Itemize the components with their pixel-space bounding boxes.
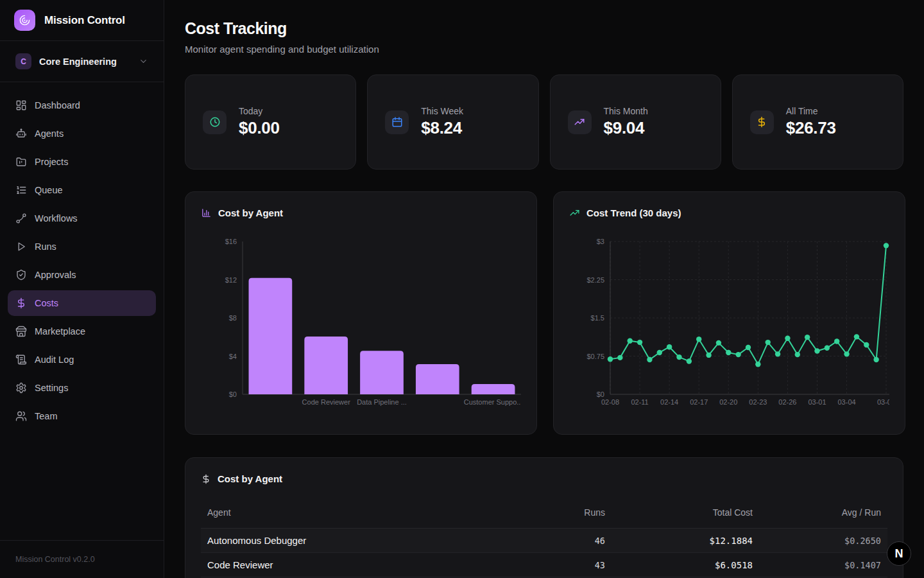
table-header-row: AgentRunsTotal CostAvg / Run bbox=[201, 507, 887, 529]
chart-card-header: Cost Trend (30 days) bbox=[569, 207, 889, 218]
cell-avg: $0.2650 bbox=[759, 529, 887, 553]
chevron-down-icon bbox=[139, 57, 148, 66]
sidebar-item-workflows[interactable]: Workflows bbox=[8, 206, 156, 231]
cell-total: $12.1884 bbox=[612, 529, 759, 553]
stat-label: All Time bbox=[786, 106, 836, 116]
column-header-runs: Runs bbox=[522, 507, 612, 529]
sidebar-item-projects[interactable]: Projects bbox=[8, 149, 156, 175]
svg-text:03-01: 03-01 bbox=[808, 398, 826, 406]
list-ordered-icon bbox=[15, 184, 27, 196]
cell-runs: 46 bbox=[522, 529, 612, 553]
shield-check-icon bbox=[15, 269, 27, 281]
sidebar-item-label: Projects bbox=[35, 157, 68, 167]
stat-label: This Month bbox=[604, 106, 648, 116]
nextjs-n-logo: N bbox=[895, 547, 903, 561]
table-row: Autonomous Debugger46$12.1884$0.2650 bbox=[201, 529, 887, 553]
stat-card-this-week: This Week$8.24 bbox=[367, 74, 538, 170]
sidebar-item-agents[interactable]: Agents bbox=[8, 121, 156, 146]
svg-text:$0.75: $0.75 bbox=[586, 353, 604, 360]
stat-card-today: Today$0.00 bbox=[185, 74, 356, 170]
svg-text:02-26: 02-26 bbox=[778, 398, 796, 406]
svg-text:03-04: 03-04 bbox=[838, 398, 856, 406]
stat-value: $26.73 bbox=[786, 118, 836, 138]
sidebar-item-approvals[interactable]: Approvals bbox=[8, 262, 156, 288]
sidebar-item-label: Approvals bbox=[35, 270, 76, 280]
sidebar-item-runs[interactable]: Runs bbox=[8, 234, 156, 259]
stat-card-this-month: This Month$9.04 bbox=[550, 74, 721, 170]
sidebar-item-label: Workflows bbox=[35, 213, 78, 223]
sidebar-nav: DashboardAgentsProjectsQueueWorkflowsRun… bbox=[0, 82, 164, 429]
users-icon bbox=[15, 410, 27, 422]
sidebar-header: Mission Control bbox=[0, 0, 164, 41]
sidebar-item-label: Settings bbox=[35, 383, 68, 393]
logo-target-icon bbox=[19, 14, 31, 26]
stat-card-all-time: All Time$26.73 bbox=[732, 74, 903, 170]
nextjs-devtools-button[interactable]: N bbox=[887, 541, 911, 566]
charts-row: Cost by Agent $0$4$8$12$16Code ReviewerD… bbox=[185, 191, 903, 435]
team-badge: C bbox=[15, 53, 31, 69]
sidebar-item-label: Audit Log bbox=[35, 355, 74, 365]
svg-text:02-14: 02-14 bbox=[660, 398, 678, 406]
svg-text:02-23: 02-23 bbox=[749, 398, 767, 406]
scroll-icon bbox=[15, 354, 27, 365]
gear-icon bbox=[15, 382, 27, 394]
cell-runs: 43 bbox=[522, 553, 612, 577]
table-card-header: Cost by Agent bbox=[201, 473, 887, 484]
stat-value: $8.24 bbox=[421, 118, 463, 138]
sidebar-item-audit-log[interactable]: Audit Log bbox=[8, 347, 156, 372]
dashboard-icon bbox=[15, 100, 27, 111]
team-selector[interactable]: C Core Engineering bbox=[0, 41, 164, 82]
stat-label: This Week bbox=[421, 106, 463, 116]
svg-text:$2.25: $2.25 bbox=[586, 276, 604, 284]
table-row: Code Reviewer43$6.0518$0.1407 bbox=[201, 553, 887, 577]
column-header-agent: Agent bbox=[201, 507, 522, 529]
svg-text:Code Reviewer: Code Reviewer bbox=[302, 398, 351, 406]
stat-label: Today bbox=[239, 106, 280, 116]
cell-agent: Code Reviewer bbox=[201, 553, 522, 577]
sidebar-item-label: Dashboard bbox=[35, 100, 80, 110]
app-title: Mission Control bbox=[44, 14, 125, 27]
trending-up-icon bbox=[569, 207, 580, 218]
calendar-icon bbox=[385, 110, 409, 134]
app-version: Mission Control v0.2.0 bbox=[0, 540, 164, 578]
svg-text:$0: $0 bbox=[597, 390, 604, 398]
dollar-icon bbox=[201, 474, 211, 484]
sidebar-item-marketplace[interactable]: Marketplace bbox=[8, 319, 156, 344]
sidebar-item-dashboard[interactable]: Dashboard bbox=[8, 92, 156, 118]
svg-text:03-08: 03-08 bbox=[877, 398, 889, 406]
svg-text:$8: $8 bbox=[229, 314, 237, 322]
svg-text:Customer Suppo...: Customer Suppo... bbox=[464, 398, 521, 406]
stats-row: Today$0.00This Week$8.24This Month$9.04A… bbox=[185, 74, 903, 170]
sidebar-item-label: Team bbox=[35, 411, 57, 421]
workflow-icon bbox=[15, 213, 27, 224]
cost-by-agent-bar-chart: $0$4$8$12$16Code ReviewerData Pipeline .… bbox=[201, 226, 521, 414]
sidebar-item-label: Queue bbox=[35, 185, 63, 195]
table-title: Cost by Agent bbox=[218, 473, 282, 484]
svg-text:$1.5: $1.5 bbox=[591, 314, 604, 322]
svg-text:$3: $3 bbox=[597, 238, 604, 245]
sidebar-item-team[interactable]: Team bbox=[8, 403, 156, 429]
column-header-avg-run: Avg / Run bbox=[759, 507, 887, 529]
play-icon bbox=[15, 241, 27, 252]
svg-text:$12: $12 bbox=[225, 276, 237, 284]
sidebar-item-settings[interactable]: Settings bbox=[8, 375, 156, 401]
sidebar-item-label: Runs bbox=[35, 241, 56, 252]
team-name: Core Engineering bbox=[39, 57, 131, 67]
cell-avg: $0.1407 bbox=[759, 553, 887, 577]
chart-title: Cost Trend (30 days) bbox=[586, 207, 681, 218]
sidebar-item-label: Costs bbox=[35, 298, 58, 308]
svg-text:$16: $16 bbox=[225, 238, 237, 245]
chart-card-header: Cost by Agent bbox=[201, 207, 521, 218]
svg-text:02-20: 02-20 bbox=[719, 398, 737, 406]
stat-value: $9.04 bbox=[604, 118, 648, 138]
svg-text:$4: $4 bbox=[229, 353, 237, 360]
sidebar-item-queue[interactable]: Queue bbox=[8, 177, 156, 203]
sidebar-item-costs[interactable]: Costs bbox=[8, 290, 156, 316]
cost-trend-line-chart: $0$0.75$1.5$2.25$302-0802-1102-1402-1702… bbox=[569, 226, 889, 414]
svg-text:Data Pipeline ...: Data Pipeline ... bbox=[357, 398, 407, 406]
stat-value: $0.00 bbox=[239, 118, 280, 138]
dollar-icon bbox=[750, 110, 774, 134]
page-title: Cost Tracking bbox=[185, 19, 903, 38]
svg-text:02-08: 02-08 bbox=[601, 398, 619, 406]
main-content: Cost Tracking Monitor agent spending and… bbox=[164, 0, 924, 578]
